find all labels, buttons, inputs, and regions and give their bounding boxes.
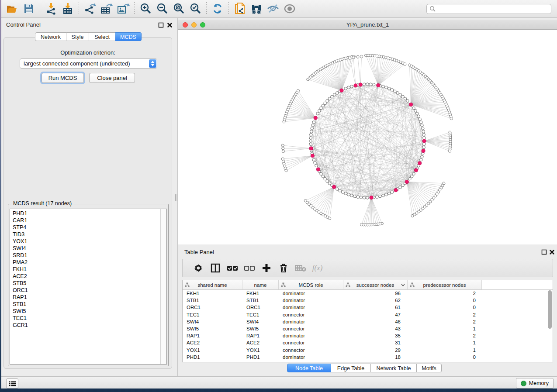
- ring-node[interactable]: [344, 87, 347, 90]
- ring-node[interactable]: [347, 86, 350, 89]
- ring-node[interactable]: [415, 112, 419, 115]
- cell-predecessor-nodes[interactable]: 2: [408, 291, 482, 296]
- table-row[interactable]: ORC1ORC1dominator610: [183, 304, 553, 311]
- close-panel-button[interactable]: Close panel: [89, 73, 135, 83]
- hub-node[interactable]: [394, 188, 398, 192]
- mcds-result-item[interactable]: GCR1: [10, 322, 160, 329]
- hub-node[interactable]: [354, 84, 357, 87]
- ring-node[interactable]: [310, 133, 313, 136]
- mcds-result-item[interactable]: FKH1: [10, 266, 160, 273]
- ring-node[interactable]: [412, 107, 415, 110]
- zoom-out-icon[interactable]: [154, 1, 170, 16]
- ring-node[interactable]: [315, 164, 318, 167]
- cell-shared-name[interactable]: STB1: [183, 298, 242, 303]
- ring-node[interactable]: [333, 93, 336, 96]
- ring-node[interactable]: [422, 130, 425, 133]
- cell-successor-nodes[interactable]: 61: [343, 305, 408, 310]
- mcds-result-item[interactable]: YOX1: [10, 238, 160, 245]
- ring-node[interactable]: [360, 196, 363, 199]
- mcds-result-item[interactable]: PMA2: [10, 259, 160, 266]
- ring-node[interactable]: [396, 92, 399, 95]
- cell-name[interactable]: ACE2: [242, 340, 279, 345]
- ring-node[interactable]: [350, 85, 353, 88]
- cell-shared-name[interactable]: RAP1: [183, 333, 242, 338]
- cell-name[interactable]: YOX1: [242, 347, 279, 353]
- ring-node[interactable]: [328, 182, 331, 185]
- cell-mcds-role[interactable]: dominator: [279, 319, 343, 324]
- table-row[interactable]: TEC1TEC1connector472: [183, 311, 553, 318]
- table-scrollbar-thumb[interactable]: [548, 290, 552, 329]
- mcds-result-item[interactable]: ACE2: [10, 273, 160, 280]
- mcds-list-scrollbar[interactable]: [160, 209, 166, 364]
- memory-button[interactable]: Memory: [516, 378, 554, 389]
- cell-mcds-role[interactable]: connector: [279, 326, 343, 331]
- ring-node[interactable]: [422, 143, 426, 146]
- mcds-result-item[interactable]: SWI4: [10, 245, 160, 252]
- mcds-result-item[interactable]: ORC1: [10, 287, 160, 294]
- hub-node[interactable]: [309, 147, 313, 150]
- ring-node[interactable]: [339, 189, 342, 192]
- ring-node[interactable]: [311, 124, 315, 127]
- cell-mcds-role[interactable]: connector: [279, 340, 343, 345]
- mcds-result-item[interactable]: STB1: [10, 301, 160, 308]
- satellite-node[interactable]: [450, 117, 453, 120]
- refresh-icon[interactable]: [209, 1, 226, 16]
- cell-mcds-role[interactable]: dominator: [279, 305, 343, 310]
- network-view-titlebar[interactable]: YPA_prune.txt_1: [178, 20, 557, 30]
- satellite-node[interactable]: [282, 150, 284, 153]
- ring-node[interactable]: [344, 192, 347, 195]
- hub-node[interactable]: [422, 149, 425, 152]
- ring-node[interactable]: [401, 184, 405, 187]
- mcds-result-item[interactable]: CAR1: [10, 217, 160, 224]
- show-graphics-details-icon[interactable]: [281, 1, 298, 16]
- float-table-panel-icon[interactable]: [541, 249, 547, 255]
- save-session-icon[interactable]: [21, 1, 37, 16]
- ring-node[interactable]: [316, 112, 319, 115]
- mcds-result-item[interactable]: RAP1: [10, 294, 160, 301]
- ring-node[interactable]: [312, 121, 315, 124]
- mcds-result-item[interactable]: SRD1: [10, 252, 160, 259]
- ring-node[interactable]: [422, 133, 426, 136]
- optimization-criterion-select[interactable]: largest connected component (undirected): [20, 58, 157, 69]
- cell-name[interactable]: ORC1: [242, 305, 279, 310]
- hub-node[interactable]: [405, 180, 408, 183]
- ring-node[interactable]: [419, 118, 422, 121]
- satellite-node[interactable]: [282, 147, 284, 150]
- hub-node[interactable]: [422, 139, 426, 143]
- cell-successor-nodes[interactable]: 31: [343, 340, 408, 345]
- ring-node[interactable]: [363, 83, 366, 86]
- mcds-result-item[interactable]: TEC1: [10, 315, 160, 322]
- split-columns-icon[interactable]: [207, 261, 224, 275]
- ring-node[interactable]: [320, 107, 323, 110]
- search-input[interactable]: [436, 5, 548, 12]
- zoom-in-icon[interactable]: [137, 1, 154, 16]
- mcds-result-item[interactable]: STP4: [10, 224, 160, 231]
- cell-successor-nodes[interactable]: 62: [343, 298, 408, 303]
- ring-node[interactable]: [421, 127, 424, 130]
- mcds-result-item[interactable]: TID3: [10, 231, 160, 238]
- table-scrollbar[interactable]: [548, 290, 552, 360]
- satellite-node[interactable]: [448, 150, 451, 152]
- ring-node[interactable]: [324, 102, 327, 105]
- tab-mcds[interactable]: MCDS: [115, 32, 142, 41]
- ring-node[interactable]: [404, 97, 407, 100]
- hub-node[interactable]: [359, 83, 362, 86]
- cell-successor-nodes[interactable]: 35: [343, 333, 408, 338]
- run-mcds-button[interactable]: Run MCDS: [42, 73, 84, 83]
- ring-node[interactable]: [387, 87, 391, 90]
- cell-predecessor-nodes[interactable]: 1: [408, 347, 482, 353]
- column-header-name[interactable]: name: [242, 280, 279, 289]
- cell-mcds-role[interactable]: connector: [279, 312, 343, 317]
- import-table-icon[interactable]: [59, 1, 76, 16]
- ring-node[interactable]: [421, 124, 424, 127]
- mcds-result-item[interactable]: SWI5: [10, 308, 160, 315]
- cell-predecessor-nodes[interactable]: 1: [408, 326, 482, 331]
- cell-name[interactable]: STB1: [242, 298, 279, 303]
- tab-network[interactable]: Network: [35, 32, 66, 41]
- select-all-rows-icon[interactable]: [224, 261, 241, 275]
- ring-node[interactable]: [318, 110, 321, 113]
- satellite-node[interactable]: [360, 223, 363, 226]
- ring-node[interactable]: [410, 175, 413, 178]
- ring-node[interactable]: [385, 193, 388, 196]
- ring-node[interactable]: [379, 195, 382, 198]
